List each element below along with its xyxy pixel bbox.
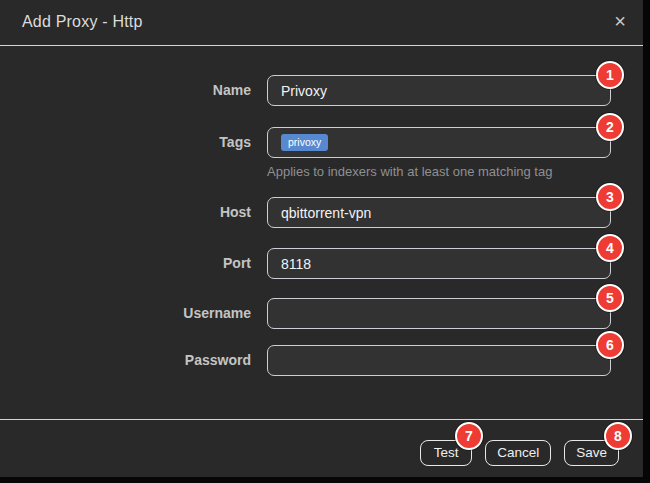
annotation-badge-1: 1 — [596, 61, 624, 89]
annotation-badge-4: 4 — [596, 234, 624, 262]
tags-help-text: Applies to indexers with at least one ma… — [267, 164, 552, 179]
annotation-badge-7: 7 — [455, 422, 483, 450]
page-background: Add Proxy - Http × Name Tags privoxy App… — [0, 0, 650, 483]
username-input[interactable] — [267, 298, 611, 329]
dialog-footer: Test Cancel Save — [0, 419, 643, 477]
username-label: Username — [0, 298, 251, 329]
annotation-badge-5: 5 — [596, 284, 624, 312]
annotation-badge-2: 2 — [596, 113, 624, 141]
port-input[interactable] — [267, 248, 611, 279]
host-input[interactable] — [267, 197, 611, 228]
tag-chip[interactable]: privoxy — [281, 134, 328, 151]
name-field-row: Name — [0, 75, 611, 106]
add-proxy-dialog: Add Proxy - Http × Name Tags privoxy App… — [0, 0, 643, 477]
name-input[interactable] — [267, 75, 611, 106]
close-icon[interactable]: × — [608, 9, 632, 33]
tags-label: Tags — [0, 127, 251, 158]
annotation-badge-8: 8 — [604, 422, 632, 450]
cancel-button[interactable]: Cancel — [485, 440, 551, 466]
annotation-badge-3: 3 — [596, 183, 624, 211]
port-field-row: Port — [0, 248, 611, 279]
password-input[interactable] — [267, 345, 611, 376]
tags-input[interactable]: privoxy — [267, 127, 611, 158]
dialog-title: Add Proxy - Http — [22, 13, 143, 31]
host-label: Host — [0, 197, 251, 228]
password-field-row: Password — [0, 345, 611, 376]
annotation-badge-6: 6 — [596, 331, 624, 359]
host-field-row: Host — [0, 197, 611, 228]
port-label: Port — [0, 248, 251, 279]
username-field-row: Username — [0, 298, 611, 329]
name-label: Name — [0, 75, 251, 106]
dialog-header: Add Proxy - Http × — [0, 0, 643, 46]
tags-field-row: Tags privoxy Applies to indexers with at… — [0, 127, 611, 158]
password-label: Password — [0, 345, 251, 376]
